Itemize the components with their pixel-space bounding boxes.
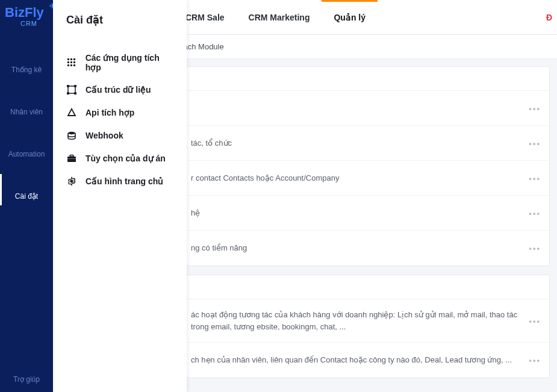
tab-manage[interactable]: Quản lý xyxy=(322,0,378,34)
svg-point-22 xyxy=(67,93,69,95)
sidebar-item-staff[interactable]: Nhân viên xyxy=(0,90,53,121)
sidebar-item-stats[interactable]: Thống kê xyxy=(0,48,53,79)
svg-rect-12 xyxy=(73,58,75,60)
more-icon[interactable]: ••• xyxy=(529,244,541,253)
flyout-item-data-structure[interactable]: Cấu trúc dữ liệu xyxy=(66,78,176,101)
stack-icon xyxy=(66,130,77,141)
svg-point-21 xyxy=(75,86,76,87)
more-icon[interactable]: ••• xyxy=(529,104,541,113)
svg-rect-14 xyxy=(70,61,72,63)
svg-rect-16 xyxy=(67,64,69,66)
svg-rect-18 xyxy=(73,64,75,66)
gear-icon xyxy=(66,176,77,187)
svg-point-23 xyxy=(75,93,76,95)
svg-rect-10 xyxy=(67,58,69,60)
tab-label: CRM Marketing xyxy=(249,13,310,22)
flyout-item-label: Cấu trúc dữ liệu xyxy=(86,85,151,95)
tab-label: Quản lý xyxy=(334,13,366,22)
logo: BizFly ✈ CRM xyxy=(0,0,53,31)
tab-crm-marketing[interactable]: CRM Marketing xyxy=(237,2,322,34)
svg-rect-15 xyxy=(73,61,75,63)
more-icon[interactable]: ••• xyxy=(529,208,541,217)
settings-flyout: Cài đặt Các ứng dụng tích hợp Cấu trúc d… xyxy=(53,0,187,392)
tab-label: CRM Sale xyxy=(185,13,225,22)
sidebar-item-label: Automation xyxy=(8,150,45,158)
sidebar-nav: Thống kê Nhân viên Automation Cài đặt xyxy=(0,48,53,205)
flyout-item-label: Cấu hình trang chủ xyxy=(86,176,163,186)
svg-rect-25 xyxy=(67,157,76,162)
more-icon[interactable]: ••• xyxy=(529,173,541,182)
sidebar-help-label: Trợ giúp xyxy=(13,375,40,384)
sidebar-item-label: Cài đặt xyxy=(15,192,38,201)
bounding-box-icon xyxy=(66,84,77,95)
sidebar-help[interactable]: ? Trợ giúp xyxy=(13,362,40,384)
svg-rect-17 xyxy=(70,64,72,66)
svg-rect-27 xyxy=(67,158,76,159)
svg-point-24 xyxy=(68,132,75,134)
sidebar-item-label: Thống kê xyxy=(11,66,42,74)
sidebar: BizFly ✈ CRM Thống kê Nhân viên Automati… xyxy=(0,0,53,392)
more-icon[interactable]: ••• xyxy=(529,356,541,365)
sidebar-item-label: Nhân viên xyxy=(10,108,43,116)
brand-sub: CRM xyxy=(5,20,53,27)
triangle-icon xyxy=(66,107,77,118)
flyout-item-homepage-config[interactable]: Cấu hình trang chủ xyxy=(66,170,176,193)
svg-rect-11 xyxy=(70,58,72,60)
flyout-item-label: Các ứng dụng tích hợp xyxy=(86,53,176,72)
flyout-item-webhook[interactable]: Webhook xyxy=(66,124,176,147)
flyout-item-label: Webhook xyxy=(86,131,123,140)
flyout-item-project-options[interactable]: Tùy chọn của dự án xyxy=(66,147,176,170)
briefcase-icon xyxy=(66,153,77,164)
grid-icon xyxy=(66,57,77,68)
topbar-right[interactable]: Đ xyxy=(546,0,557,34)
more-icon[interactable]: ••• xyxy=(529,138,541,148)
sidebar-item-settings[interactable]: Cài đặt xyxy=(0,174,53,205)
sidebar-item-automation[interactable]: Automation xyxy=(0,132,53,163)
topbar-right-label: Đ xyxy=(546,13,552,22)
svg-rect-13 xyxy=(67,61,69,63)
brand-name: BizFly ✈ xyxy=(5,6,53,19)
flyout-item-label: Api tích hợp xyxy=(86,108,134,117)
flyout-title: Cài đặt xyxy=(66,13,176,26)
flyout-item-api[interactable]: Api tích hợp xyxy=(66,101,176,124)
svg-point-28 xyxy=(70,180,73,183)
brand-text: BizFly xyxy=(5,5,44,20)
svg-point-20 xyxy=(67,86,69,87)
flyout-item-integrations[interactable]: Các ứng dụng tích hợp xyxy=(66,47,176,78)
svg-rect-19 xyxy=(68,86,75,93)
svg-rect-26 xyxy=(70,155,73,157)
more-icon[interactable]: ••• xyxy=(529,316,541,325)
flyout-item-label: Tùy chọn của dự án xyxy=(86,154,166,163)
